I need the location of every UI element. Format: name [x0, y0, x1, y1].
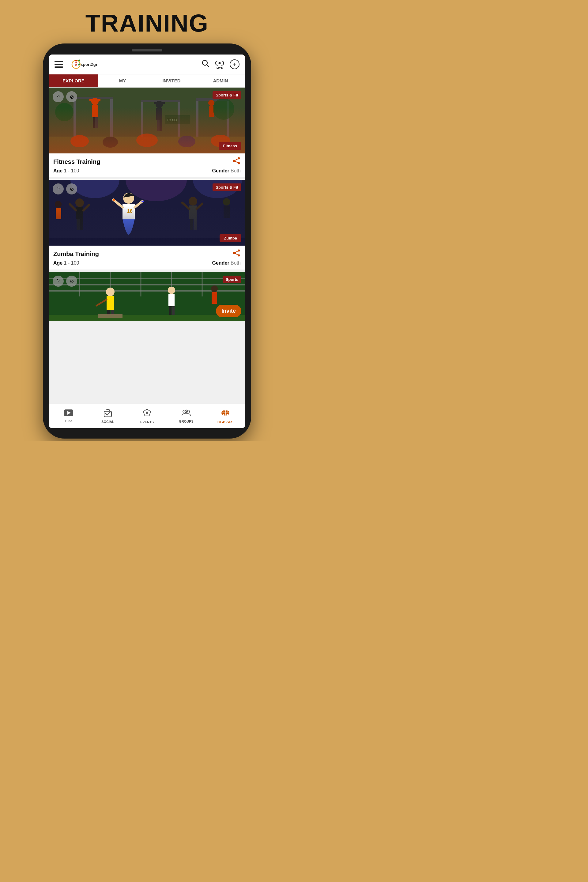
nav-social-label: SOCIAL	[101, 420, 114, 423]
subcategory-badge-fitness: Fitness	[219, 142, 242, 150]
groups-icon	[181, 409, 191, 418]
classes-icon	[221, 408, 230, 419]
svg-line-51	[235, 159, 238, 161]
nav-groups[interactable]: GROUPS	[166, 404, 206, 428]
card-title-zumba[interactable]: Zumba Training	[53, 250, 99, 258]
svg-point-50	[233, 160, 235, 162]
flag-button-sports3[interactable]: 🏳	[52, 276, 64, 286]
block-button-sports3[interactable]: ⊘	[66, 276, 77, 286]
svg-rect-72	[194, 219, 196, 230]
svg-text:TO GO: TO GO	[167, 118, 177, 122]
svg-rect-22	[196, 98, 198, 136]
card-meta-zumba: Age 1 - 100 Gender Both	[53, 260, 241, 266]
live-icon[interactable]: LIVE	[214, 60, 225, 69]
svg-point-104	[211, 285, 218, 292]
svg-point-42	[178, 136, 195, 147]
card-title-fitness[interactable]: Fitness Training	[53, 158, 100, 165]
svg-rect-27	[89, 99, 93, 101]
svg-rect-16	[74, 97, 76, 136]
hamburger-menu-icon[interactable]	[54, 61, 63, 68]
share-icon-fitness[interactable]	[232, 157, 241, 166]
svg-text:sportZgrid: sportZgrid	[81, 62, 98, 67]
category-badge-sports3: Sports	[223, 276, 242, 283]
svg-point-40	[103, 136, 118, 148]
card-image-zumba: 16 🏳 ⊘ Sports & Fit Zumba	[49, 180, 245, 246]
scroll-content[interactable]: TO GO 🏳 ⊘ Sports & Fit Fitness Fitness T…	[49, 88, 245, 404]
svg-rect-65	[76, 219, 80, 230]
card-gender-zumba: Gender Both	[212, 260, 241, 266]
social-icon	[104, 409, 112, 418]
card-gender-fitness: Gender Both	[212, 168, 241, 174]
svg-text:16: 16	[127, 208, 133, 214]
svg-point-13	[219, 62, 221, 64]
card-image-fitness: TO GO 🏳 ⊘ Sports & Fit Fitness	[49, 88, 245, 153]
svg-rect-78	[141, 201, 144, 202]
flag-button-zumba[interactable]: 🏳	[52, 183, 64, 195]
card-info-zumba: Zumba Training	[49, 246, 245, 270]
svg-line-52	[235, 161, 238, 163]
tab-explore[interactable]: EXPLORE	[49, 74, 98, 87]
flag-button-fitness[interactable]: 🏳	[52, 91, 64, 102]
svg-rect-101	[168, 294, 175, 306]
card-fitness-training: TO GO 🏳 ⊘ Sports & Fit Fitness Fitness T…	[49, 88, 245, 177]
svg-rect-33	[154, 102, 158, 104]
svg-point-0	[75, 60, 77, 62]
svg-rect-28	[97, 99, 100, 101]
nav-events[interactable]: EVENTS	[128, 404, 166, 428]
tab-admin[interactable]: ADMIN	[196, 74, 245, 87]
nav-events-label: EVENTS	[140, 420, 154, 424]
nav-social[interactable]: SOCIAL	[88, 404, 128, 428]
sports3-image-svg	[49, 272, 245, 321]
header-right: LIVE +	[201, 59, 240, 69]
svg-point-82	[238, 255, 240, 256]
svg-point-48	[238, 158, 240, 159]
svg-point-44	[55, 103, 74, 121]
svg-line-12	[207, 64, 209, 67]
svg-point-6	[78, 59, 80, 61]
card-age-fitness: Age 1 - 100	[53, 168, 80, 174]
svg-rect-34	[161, 102, 165, 104]
svg-rect-32	[156, 108, 162, 120]
svg-rect-107	[98, 314, 123, 318]
bottom-nav: Tube SOCIAL	[49, 404, 245, 428]
nav-groups-label: GROUPS	[179, 420, 194, 423]
app-logo[interactable]: sportZgrid	[68, 58, 98, 70]
card-zumba-training: 16 🏳 ⊘ Sports & Fit Zumba Zumba Training	[49, 180, 245, 270]
add-icon[interactable]: +	[230, 59, 240, 69]
nav-tube[interactable]: Tube	[49, 404, 88, 428]
nav-tube-label: Tube	[64, 419, 72, 423]
card-age-zumba: Age 1 - 100	[53, 260, 80, 266]
svg-rect-102	[169, 306, 171, 315]
svg-rect-36	[159, 120, 162, 131]
svg-rect-68	[189, 206, 196, 219]
svg-point-95	[106, 288, 114, 296]
phone-speaker	[132, 49, 162, 51]
svg-rect-96	[106, 296, 114, 310]
header-left: sportZgrid	[54, 58, 98, 70]
svg-line-85	[235, 253, 238, 255]
category-badge-zumba: Sports & Fit	[213, 183, 242, 191]
invite-button[interactable]: Invite	[216, 305, 242, 317]
svg-point-45	[213, 98, 234, 120]
svg-rect-38	[209, 106, 214, 117]
svg-point-41	[136, 134, 158, 147]
live-label: LIVE	[216, 66, 223, 69]
share-icon-zumba[interactable]	[232, 249, 241, 258]
svg-point-31	[156, 101, 163, 108]
nav-classes[interactable]: CLASSES	[206, 404, 245, 428]
svg-point-73	[223, 198, 230, 206]
tab-my[interactable]: MY	[98, 74, 147, 87]
svg-rect-58	[123, 204, 135, 219]
search-icon[interactable]	[201, 59, 210, 69]
svg-rect-74	[224, 206, 230, 218]
tabs-bar: EXPLORE MY INVITED ADMIN	[49, 74, 245, 88]
tab-invited[interactable]: INVITED	[147, 74, 196, 87]
block-button-zumba[interactable]: ⊘	[66, 183, 77, 195]
block-button-fitness[interactable]: ⊘	[66, 91, 77, 102]
svg-rect-76	[56, 208, 61, 219]
svg-rect-105	[212, 292, 217, 304]
subcategory-badge-zumba: Zumba	[220, 234, 242, 242]
svg-rect-62	[76, 207, 83, 219]
svg-point-100	[168, 286, 175, 294]
svg-point-75	[55, 201, 62, 208]
